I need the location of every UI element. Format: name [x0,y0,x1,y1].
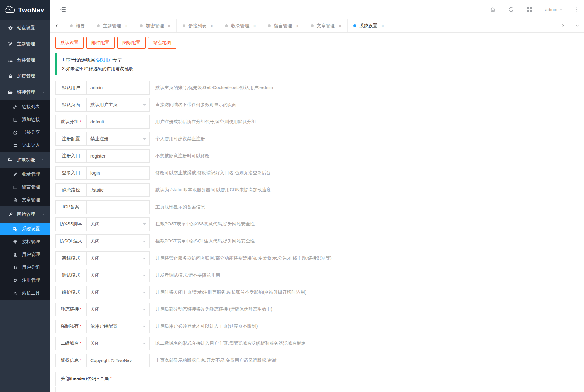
tab-close-icon[interactable]: × [253,23,256,28]
field-input[interactable]: 禁止注册 [87,132,150,146]
sidebar-item[interactable]: 链接管理 [0,84,50,100]
sidebar-item[interactable]: 分类管理 [0,52,50,68]
tabs-scroll-right-button[interactable] [556,19,570,32]
user-menu[interactable]: admin [545,7,563,12]
field-input[interactable]: login [87,166,150,180]
field-input[interactable]: 关闭 [87,303,150,316]
sidebar-item[interactable]: 收录管理 [0,168,50,181]
authorized-user-link[interactable]: 授权用户 [95,57,113,62]
field-label-text: 防SQL注入 [60,238,82,244]
sidebar-item[interactable]: 注册管理 [0,274,50,287]
sidebar-item[interactable]: 站长工具 [0,287,50,300]
warning-icon [13,291,18,296]
tabs-scroll-left-button[interactable] [50,19,64,32]
sidebar-item[interactable]: 添加链接 [0,113,50,126]
field-label: 默认页面 [55,98,87,112]
field-value: admin [90,85,103,90]
home-icon[interactable] [490,7,495,12]
tab[interactable]: 文章管理 × [305,19,348,32]
wrench-icon [8,212,13,217]
settings-page: 默认设置邮件配置图标配置站点地图 1.带*号的选项属授权用户专享 2.如果您不理… [50,33,584,392]
field-input[interactable]: 依用户组配置 [87,320,150,333]
tab-close-icon[interactable]: × [381,23,384,28]
field-label-text: 默认分组 [61,119,79,125]
sidebar-item[interactable]: 用户分组 [0,261,50,274]
field-input[interactable]: 默认用户主页 [87,98,150,112]
sidebar-item[interactable]: 用户管理 [0,248,50,261]
tab[interactable]: 主题管理 × [91,19,134,32]
action-button[interactable]: 邮件配置 [86,37,115,49]
share-icon [13,130,18,135]
brush-icon [8,41,13,47]
field-input[interactable]: 关闭 [87,269,150,282]
user-icon [13,252,18,258]
sidebar-item[interactable]: 书签分享 [0,126,50,139]
action-button[interactable]: 站点地图 [148,37,176,49]
field-description: 用户注册成功后所在分组代号,留空则使用默认分组 [155,119,256,125]
field-description: 开启时将关闭主页/登录/注册等服务,站长账号不受影响(网站升级迁移时适用) [155,289,306,295]
main-area: admin 概要 主题管理 × 加密管理 × 链接列表 × 收录管理 × 留言管… [50,0,584,392]
field-input[interactable]: admin [87,81,150,95]
notice-line-1: 1.带*号的选项属授权用户专享 [62,56,576,64]
tab[interactable]: 收录管理 × [219,19,262,32]
sidebar-item[interactable]: 加密管理 [0,68,50,84]
more-vertical-icon[interactable] [573,7,579,12]
tab[interactable]: 链接列表 × [177,19,220,32]
select-caret-icon [143,241,146,244]
field-label-text: 维护模式 [62,289,80,295]
tab[interactable]: 留言管理 × [262,19,305,32]
tab[interactable]: 概要 [64,19,91,32]
sidebar-item[interactable]: 链接列表 [0,100,50,113]
refresh-icon[interactable] [508,7,514,12]
field-input[interactable]: 关闭 [87,337,150,350]
required-asterisk: * [80,341,81,346]
sidebar-item-label: 系统设置 [22,226,40,232]
field-input[interactable]: 关闭 [87,234,150,248]
field-input[interactable]: Copyright © TwoNav [87,354,150,367]
field-input[interactable]: ./static [87,183,150,197]
header-code-textarea[interactable] [55,387,576,392]
select-caret-icon [143,292,146,295]
field-input[interactable] [87,200,150,214]
sidebar-item[interactable]: 扩展功能 [0,152,50,168]
sidebar-item[interactable]: 导出导入 [0,139,50,152]
sidebar-item[interactable]: 站点设置 [0,20,50,36]
field-label-text: 二级域名 [61,341,79,346]
tab-close-icon[interactable]: × [125,23,128,28]
action-button[interactable]: 默认设置 [55,37,84,49]
chevron-up-icon [41,212,45,217]
tabs-menu-button[interactable] [570,19,584,32]
select-caret-icon [143,326,146,329]
sidebar-item[interactable]: 网站管理 [0,206,50,223]
brand[interactable]: TwoNav [0,0,50,20]
sidebar-item[interactable]: 系统设置 [0,223,50,235]
link-icon [13,104,18,110]
tab-close-icon[interactable]: × [168,23,171,28]
tab-close-icon[interactable]: × [211,23,213,28]
sidebar-item[interactable]: 主题管理 [0,36,50,52]
field-input[interactable]: 关闭 [87,251,150,265]
sidebar-item-label: 收录管理 [22,171,40,177]
sidebar-item[interactable]: 文章管理 [0,194,50,206]
sidebar-item-label: 用户分组 [22,265,40,270]
field-value: login [90,170,100,176]
action-button[interactable]: 图标配置 [117,37,146,49]
tab[interactable]: 系统设置 × [348,19,391,32]
chevron-up-icon [41,90,45,95]
field-input[interactable]: 关闭 [87,286,150,299]
form-row: 防XSS脚本 关闭 拦截POST表单中的XSS恶意代码,提升网站安全性 [55,217,576,231]
sidebar-item[interactable]: 留言管理 [0,181,50,194]
fullscreen-icon[interactable] [527,7,532,12]
field-input[interactable]: 关闭 [87,217,150,231]
field-input[interactable]: default [87,115,150,129]
field-input[interactable]: register [87,149,150,163]
required-asterisk: * [80,324,81,329]
tab[interactable]: 加密管理 × [134,19,177,32]
sidebar-item[interactable]: 授权管理 [0,235,50,248]
sidebar-fold-icon[interactable] [60,6,66,13]
tab-close-icon[interactable]: × [296,23,299,28]
sidebar-item-label: 加密管理 [17,73,35,79]
required-asterisk: * [80,358,81,363]
tab-close-icon[interactable]: × [339,23,342,28]
sidebar-menu: 站点设置 主题管理 分类管理 加密管理 链接管理 链接列表 添加链接 书签分享 … [0,20,50,392]
